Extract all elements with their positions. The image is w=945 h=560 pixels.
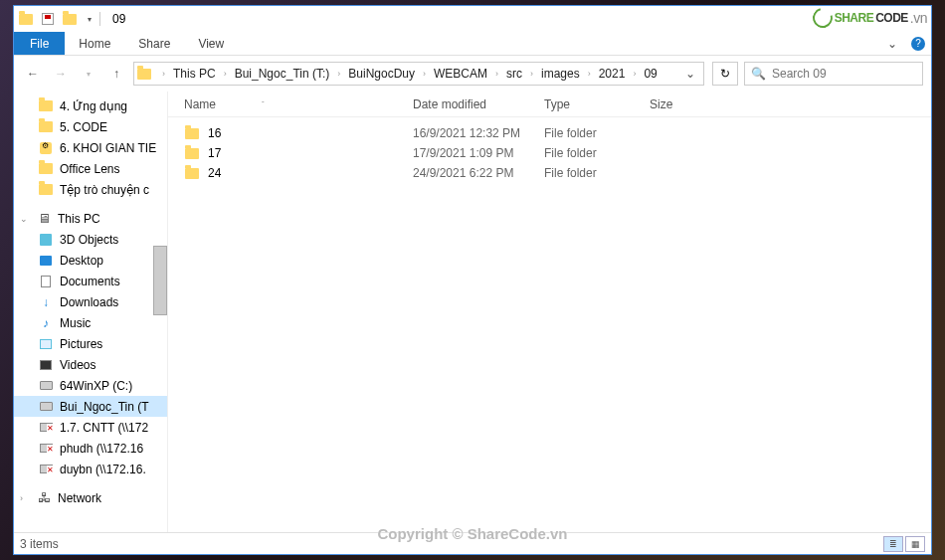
address-bar[interactable]: › This PC› Bui_Ngoc_Tin (T:)› BuiNgocDuy… (133, 62, 704, 86)
nav-bar: ← → ▾ ↑ › This PC› Bui_Ngoc_Tin (T:)› Bu… (14, 56, 931, 92)
sidebar-item-drive-t[interactable]: Bui_Ngoc_Tin (T (14, 396, 167, 417)
sidebar-item-this-pc[interactable]: ⌄🖥This PC (14, 208, 167, 229)
breadcrumb[interactable]: images (537, 67, 584, 81)
breadcrumb[interactable]: src (502, 67, 526, 81)
ribbon-tab-view[interactable]: View (184, 32, 238, 55)
folder-icon (38, 161, 54, 177)
network-drive-icon (38, 420, 54, 436)
qat-dropdown-icon[interactable]: ▾ (88, 15, 92, 24)
chevron-right-icon[interactable]: › (633, 69, 636, 79)
address-dropdown-icon[interactable]: ⌄ (679, 67, 701, 81)
chevron-right-icon[interactable]: › (337, 69, 340, 79)
breadcrumb[interactable]: 2021 (595, 67, 630, 81)
sidebar-item-3d-objects[interactable]: 3D Objects (14, 229, 167, 250)
file-explorer-window: ▾ 09 File Home Share View ⌄ ? ← → ▾ ↑ › … (13, 5, 932, 555)
column-headers: Nameˆ Date modified Type Size (168, 92, 931, 117)
sidebar-item-documents[interactable]: Documents (14, 271, 167, 291)
sort-asc-icon: ˆ (262, 99, 265, 108)
folder-icon (184, 125, 200, 141)
breadcrumb[interactable]: Bui_Ngoc_Tin (T:) (231, 67, 334, 81)
chevron-right-icon[interactable]: › (224, 69, 227, 79)
item-count: 3 items (20, 537, 59, 551)
folder-icon (38, 119, 54, 135)
breadcrumb[interactable]: 09 (640, 67, 661, 81)
help-icon[interactable]: ? (911, 37, 925, 51)
ribbon-tab-home[interactable]: Home (65, 32, 124, 55)
folder-icon (38, 98, 54, 114)
folder-icon (184, 145, 200, 161)
music-icon: ♪ (38, 315, 54, 331)
pictures-icon (38, 336, 54, 352)
column-header-name[interactable]: Nameˆ (176, 97, 405, 111)
column-header-type[interactable]: Type (536, 97, 642, 111)
folder-icon (184, 165, 200, 181)
videos-icon (38, 357, 54, 373)
expand-icon[interactable]: › (20, 493, 30, 503)
logo-swirl-icon (809, 4, 836, 31)
title-bar[interactable]: ▾ 09 (14, 6, 931, 32)
thumbnail-view-button[interactable]: ▦ (905, 536, 925, 552)
recent-dropdown-icon[interactable]: ▾ (78, 63, 99, 85)
separator (99, 12, 100, 26)
network-drive-icon (38, 441, 54, 457)
sidebar-item-network[interactable]: ›🖧Network (14, 487, 167, 508)
folder-icon (38, 182, 54, 198)
expand-icon[interactable]: ⌄ (20, 214, 30, 224)
nav-pane[interactable]: 4. Ứng dụng 5. CODE 6. KHOI GIAN TIE Off… (14, 92, 167, 532)
sidebar-item-downloads[interactable]: ↓Downloads (14, 291, 167, 312)
refresh-button[interactable]: ↻ (712, 62, 738, 86)
watermark-logo: SHARECODE.vn (813, 8, 927, 28)
sidebar-item-pictures[interactable]: Pictures (14, 333, 167, 354)
search-input[interactable] (772, 67, 921, 81)
chevron-right-icon[interactable]: › (530, 69, 533, 79)
ribbon-collapse-icon[interactable]: ⌄ (879, 37, 905, 51)
chevron-right-icon[interactable]: › (162, 69, 165, 79)
search-box[interactable]: 🔍 (744, 62, 923, 86)
desktop-icon (38, 253, 54, 269)
breadcrumb[interactable]: This PC (169, 67, 220, 81)
downloads-icon: ↓ (38, 294, 54, 310)
save-icon[interactable] (40, 11, 56, 27)
sidebar-item[interactable]: 4. Ứng dụng (14, 95, 167, 116)
sidebar-item[interactable]: Office Lens (14, 158, 167, 179)
file-row[interactable]: 17 17/9/2021 1:09 PM File folder (168, 143, 931, 163)
column-header-size[interactable]: Size (642, 97, 711, 111)
back-button[interactable]: ← (22, 63, 44, 85)
pc-icon: 🖥 (36, 211, 52, 227)
sidebar-item-desktop[interactable]: Desktop (14, 250, 167, 271)
folder-icon (136, 66, 152, 82)
sidebar-item-music[interactable]: ♪Music (14, 312, 167, 333)
sidebar-item[interactable]: 6. KHOI GIAN TIE (14, 137, 167, 158)
watermark-text: Copyright © ShareCode.vn (377, 525, 567, 542)
ribbon: File Home Share View ⌄ ? (14, 32, 931, 56)
chevron-right-icon[interactable]: › (423, 69, 426, 79)
search-icon: 🔍 (751, 67, 766, 81)
file-tab[interactable]: File (14, 32, 65, 55)
sidebar-item-network-drive[interactable]: phudh (\\172.16 (14, 438, 167, 459)
sidebar-item[interactable]: Tệp trò chuyện c (14, 179, 167, 200)
chevron-right-icon[interactable]: › (588, 69, 591, 79)
up-button[interactable]: ↑ (105, 63, 127, 85)
drive-icon (38, 378, 54, 394)
ribbon-tab-share[interactable]: Share (124, 32, 184, 55)
sidebar-item[interactable]: 5. CODE (14, 116, 167, 137)
details-view-button[interactable]: ≣ (883, 536, 903, 552)
sidebar-item-videos[interactable]: Videos (14, 354, 167, 375)
column-header-date[interactable]: Date modified (405, 97, 536, 111)
sidebar-item-network-drive[interactable]: duybn (\\172.16. (14, 459, 167, 479)
folder-icon (18, 11, 34, 27)
forward-button[interactable]: → (50, 63, 72, 85)
network-icon: 🖧 (36, 490, 52, 506)
scrollbar-thumb[interactable] (153, 246, 167, 315)
window-title: 09 (112, 12, 125, 26)
file-row[interactable]: 24 24/9/2021 6:22 PM File folder (168, 163, 931, 183)
breadcrumb[interactable]: BuiNgocDuy (344, 67, 419, 81)
breadcrumb[interactable]: WEBCAM (430, 67, 491, 81)
sidebar-item-drive-c[interactable]: 64WinXP (C:) (14, 375, 167, 396)
file-row[interactable]: 16 16/9/2021 12:32 PM File folder (168, 123, 931, 143)
network-drive-icon (38, 462, 54, 477)
file-list: Nameˆ Date modified Type Size 16 16/9/20… (167, 92, 931, 532)
chevron-right-icon[interactable]: › (495, 69, 498, 79)
drive-icon (38, 399, 54, 415)
sidebar-item-network-drive[interactable]: 1.7. CNTT (\\172 (14, 417, 167, 438)
